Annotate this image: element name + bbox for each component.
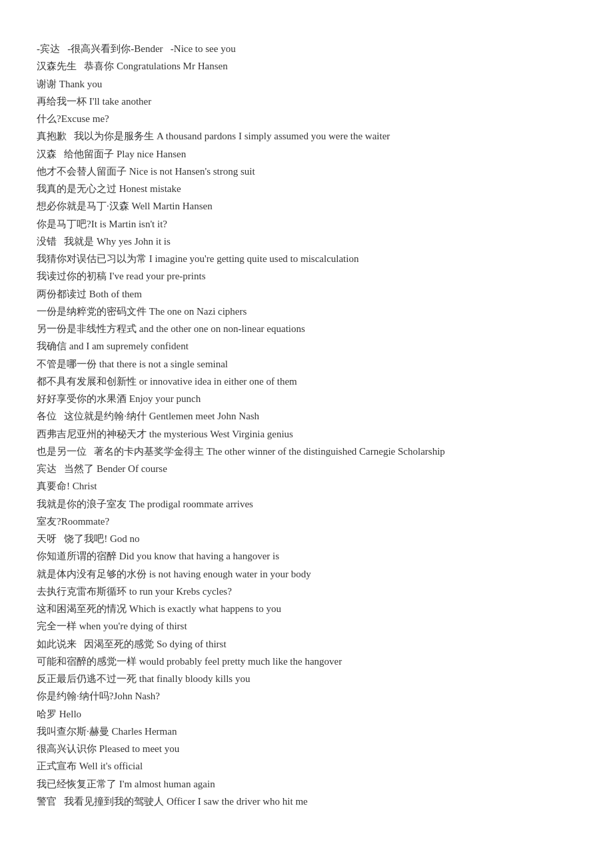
subtitle-line: 我读过你的初稿 I've read your pre-prints xyxy=(37,267,576,285)
subtitle-line: 一份是纳粹党的密码文件 The one on Nazi ciphers xyxy=(37,303,576,320)
subtitle-container: -宾达 -很高兴看到你-Bender -Nice to see you汉森先生 … xyxy=(37,40,576,810)
subtitle-line: 不管是哪一份 that there is not a single semina… xyxy=(37,355,576,373)
subtitle-line: 真要命! Christ xyxy=(37,477,576,495)
subtitle-line: 宾达 当然了 Bender Of course xyxy=(37,460,576,477)
subtitle-line: 正式宣布 Well it's official xyxy=(37,757,576,775)
subtitle-line: 就是体内没有足够的水份 is not having enough water i… xyxy=(37,565,576,583)
subtitle-line: 可能和宿醉的感觉一样 would probably feel pretty mu… xyxy=(37,653,576,670)
subtitle-line: 天呀 饶了我吧! God no xyxy=(37,530,576,547)
subtitle-line: 警官 我看见撞到我的驾驶人 Officer I saw the driver w… xyxy=(37,793,576,810)
subtitle-line: 哈罗 Hello xyxy=(37,705,576,723)
subtitle-line: 去执行克雷布斯循环 to run your Krebs cycles? xyxy=(37,583,576,600)
subtitle-line: 他才不会替人留面子 Nice is not Hansen's strong su… xyxy=(37,163,576,180)
subtitle-line: 好好享受你的水果酒 Enjoy your punch xyxy=(37,390,576,407)
subtitle-line: 我已经恢复正常了 I'm almost human again xyxy=(37,775,576,793)
subtitle-line: 很高兴认识你 Pleased to meet you xyxy=(37,740,576,757)
subtitle-line: 各位 这位就是约翰·纳什 Gentlemen meet John Nash xyxy=(37,407,576,425)
subtitle-line: -宾达 -很高兴看到你-Bender -Nice to see you xyxy=(37,40,576,57)
subtitle-line: 两份都读过 Both of them xyxy=(37,285,576,303)
subtitle-line: 想必你就是马丁·汉森 Well Martin Hansen xyxy=(37,197,576,215)
subtitle-line: 谢谢 Thank you xyxy=(37,75,576,93)
subtitle-line: 再给我一杯 I'll take another xyxy=(37,93,576,110)
subtitle-line: 我确信 and I am supremely confident xyxy=(37,337,576,355)
subtitle-line: 没错 我就是 Why yes John it is xyxy=(37,233,576,250)
subtitle-line: 我就是你的浪子室友 The prodigal roommate arrives xyxy=(37,495,576,513)
subtitle-line: 如此说来 因渴至死的感觉 So dying of thirst xyxy=(37,635,576,653)
subtitle-line: 真抱歉 我以为你是服务生 A thousand pardons I simply… xyxy=(37,127,576,145)
subtitle-line: 完全一样 when you're dying of thirst xyxy=(37,617,576,635)
subtitle-line: 都不具有发展和创新性 or innovative idea in either … xyxy=(37,373,576,390)
subtitle-line: 你是马丁吧?It is Martin isn't it? xyxy=(37,215,576,233)
subtitle-line: 西弗吉尼亚州的神秘天才 the mysterious West Virginia… xyxy=(37,425,576,443)
subtitle-line: 你是约翰·纳什吗?John Nash? xyxy=(37,687,576,705)
subtitle-line: 我真的是无心之过 Honest mistake xyxy=(37,180,576,197)
subtitle-line: 什么?Excuse me? xyxy=(37,110,576,127)
subtitle-line: 这和困渴至死的情况 Which is exactly what happens … xyxy=(37,600,576,617)
subtitle-line: 汉森 给他留面子 Play nice Hansen xyxy=(37,145,576,163)
subtitle-line: 汉森先生 恭喜你 Congratulations Mr Hansen xyxy=(37,57,576,75)
subtitle-line: 也是另一位 著名的卡内基奖学金得主 The other winner of th… xyxy=(37,443,576,460)
subtitle-line: 我叫查尔斯·赫曼 Charles Herman xyxy=(37,723,576,740)
subtitle-line: 你知道所谓的宿醉 Did you know that having a hang… xyxy=(37,547,576,565)
subtitle-line: 我猜你对误估已习以为常 I imagine you're getting qui… xyxy=(37,250,576,267)
subtitle-line: 反正最后仍逃不过一死 that finally bloody kills you xyxy=(37,670,576,687)
subtitle-line: 另一份是非线性方程式 and the other one on non-line… xyxy=(37,320,576,337)
subtitle-line: 室友?Roommate? xyxy=(37,513,576,530)
